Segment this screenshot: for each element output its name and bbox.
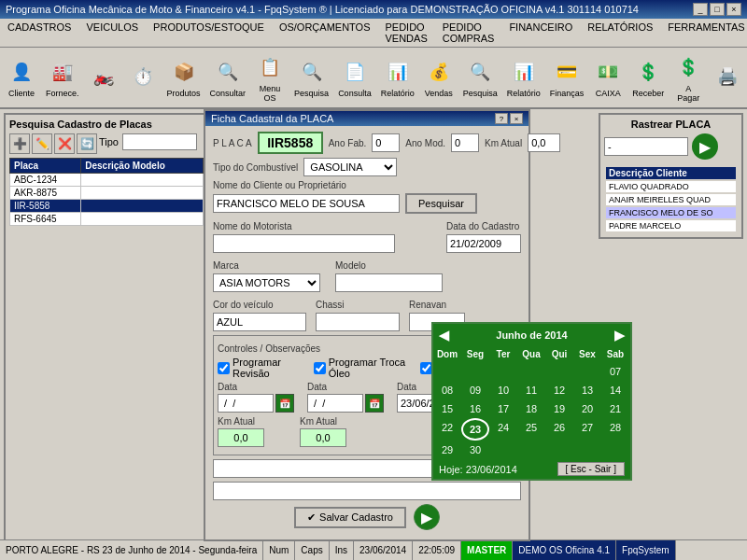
toolbar-financas[interactable]: 💳 Finanças: [547, 54, 587, 101]
toolbar-print[interactable]: 🖨️: [710, 59, 745, 96]
chassi-input[interactable]: [316, 313, 400, 331]
rastrear-input[interactable]: [604, 137, 688, 156]
toolbar-cliente[interactable]: 👤 Cliente: [4, 54, 39, 101]
menu-relatorios[interactable]: RELATÓRIOS: [584, 21, 656, 45]
cal-day-09[interactable]: 09: [461, 381, 489, 399]
modal-close-btn[interactable]: ×: [510, 113, 523, 124]
date-input-1[interactable]: [218, 394, 274, 413]
menu-pedido-compras[interactable]: PEDIDO COMPRAS: [439, 21, 499, 45]
menu-cadastros[interactable]: CADASTROS: [4, 21, 75, 45]
modal-title-btns[interactable]: ? ×: [495, 113, 523, 124]
menu-ferramentas[interactable]: FERRAMENTAS: [664, 21, 747, 45]
date-btn-2[interactable]: 📅: [365, 394, 384, 413]
modal-help-btn[interactable]: ?: [495, 113, 508, 124]
date-btn-1[interactable]: 📅: [275, 394, 294, 413]
table-row[interactable]: RFS-6645: [10, 213, 204, 226]
panel-refresh-btn[interactable]: 🔄: [77, 133, 97, 154]
data-cadastro-input[interactable]: [446, 234, 521, 253]
cal-day-08[interactable]: 08: [433, 381, 461, 399]
toolbar-timer[interactable]: ⏱️: [125, 59, 161, 96]
client-row[interactable]: ANAIR MEIRELLES QUAD: [606, 194, 736, 205]
rastrear-btn[interactable]: ▶: [692, 133, 718, 160]
pesquisar-btn[interactable]: Pesquisar: [405, 193, 477, 214]
cal-day-27[interactable]: 27: [573, 418, 601, 441]
cal-prev-btn[interactable]: ◀: [439, 328, 449, 343]
menu-pedido-vendas[interactable]: PEDIDO VENDAS: [382, 21, 431, 45]
table-row[interactable]: ABC-1234: [10, 174, 204, 187]
next-btn[interactable]: ▶: [414, 504, 440, 530]
table-row[interactable]: AKR-8875: [10, 187, 204, 200]
cal-day-10[interactable]: 10: [489, 381, 517, 399]
toolbar-consultar[interactable]: 🔍 Consultar: [207, 54, 249, 101]
km-input-2[interactable]: [300, 428, 346, 447]
cal-day-13[interactable]: 13: [573, 381, 601, 399]
toolbar-relatorio[interactable]: 📊 Relatório: [378, 54, 417, 101]
cal-day-14[interactable]: 14: [601, 381, 629, 399]
check-oleo-input[interactable]: [314, 362, 326, 374]
menu-financeiro[interactable]: FINANCEIRO: [505, 21, 576, 45]
salvar-btn[interactable]: ✔ Salvar Cadastro: [294, 507, 406, 528]
toolbar-caixa[interactable]: 💵 CAIXA: [590, 54, 626, 101]
toolbar-menu-os[interactable]: 📋 Menu OS: [252, 49, 288, 105]
cal-day-16[interactable]: 16: [461, 399, 489, 418]
cal-day-24[interactable]: 24: [489, 418, 517, 441]
check-revisao[interactable]: Programar Revisão: [218, 357, 303, 379]
cliente-input[interactable]: [213, 194, 400, 213]
tipo-input[interactable]: [122, 133, 197, 150]
check-oleo[interactable]: Programar Troca Óleo: [314, 357, 409, 379]
cal-day-30[interactable]: 30: [461, 441, 489, 459]
toolbar-vendas[interactable]: 💰 Vendas: [421, 54, 457, 101]
client-row[interactable]: FLAVIO QUADRADO: [606, 181, 736, 192]
panel-delete-btn[interactable]: ❌: [54, 133, 75, 154]
client-row-selected[interactable]: FRANCISCO MELO DE SO: [606, 207, 736, 218]
extra-input-2[interactable]: [213, 482, 521, 500]
toolbar-consulta[interactable]: 📄 Consulta: [335, 54, 374, 101]
minimize-btn[interactable]: _: [693, 3, 708, 16]
cal-day-21[interactable]: 21: [601, 399, 629, 418]
cal-day-22[interactable]: 22: [433, 418, 461, 441]
table-row-selected[interactable]: IIR-5858: [10, 200, 204, 213]
motorista-input[interactable]: [213, 234, 395, 253]
title-bar-buttons[interactable]: _ □ ×: [693, 3, 741, 16]
marca-select[interactable]: ASIA MOTORS HONDA YAMAHA: [213, 273, 320, 292]
toolbar-produtos[interactable]: 📦 Produtos: [164, 54, 204, 101]
cal-day-11[interactable]: 11: [517, 381, 545, 399]
cal-next-btn[interactable]: ▶: [614, 328, 625, 343]
menu-produtos[interactable]: PRODUTOS/ESTOQUE: [149, 21, 268, 45]
toolbar-receber[interactable]: 💲 Receber: [629, 54, 667, 101]
panel-edit-btn[interactable]: ✏️: [32, 133, 52, 154]
cal-day-15[interactable]: 15: [433, 399, 461, 418]
menu-veiculos[interactable]: VEICULOS: [82, 21, 142, 45]
km-atual-input[interactable]: [528, 133, 560, 152]
check-revisao-input[interactable]: [218, 362, 230, 374]
ano-mod-input[interactable]: [451, 133, 479, 152]
cal-day-07[interactable]: 07: [601, 362, 629, 381]
cor-input[interactable]: [213, 313, 306, 331]
panel-add-btn[interactable]: ➕: [9, 133, 30, 154]
toolbar-pesquisa[interactable]: 🔍 Pesquisa: [291, 54, 331, 101]
menu-os[interactable]: OS/ORÇAMENTOS: [275, 21, 374, 45]
toolbar-pagar[interactable]: 💲 A Pagar: [670, 49, 706, 105]
toolbar-relatorio2[interactable]: 📊 Relatório: [504, 54, 543, 101]
cal-day-12[interactable]: 12: [545, 381, 573, 399]
toolbar-pesquisa2[interactable]: 🔍 Pesquisa: [460, 54, 500, 101]
cal-day-18[interactable]: 18: [517, 399, 545, 418]
km-input-1[interactable]: [218, 428, 264, 447]
maximize-btn[interactable]: □: [710, 3, 725, 16]
cal-day-19[interactable]: 19: [545, 399, 573, 418]
cal-day-28[interactable]: 28: [601, 418, 629, 441]
cal-esc-btn[interactable]: [ Esc - Sair ]: [557, 462, 625, 476]
client-row[interactable]: PADRE MARCELO: [606, 220, 736, 231]
close-btn[interactable]: ×: [726, 3, 741, 16]
cal-day-29[interactable]: 29: [433, 441, 461, 459]
toolbar-fornece[interactable]: 🏭 Fornece.: [43, 54, 82, 101]
cal-day-17[interactable]: 17: [489, 399, 517, 418]
ano-fab-input[interactable]: [372, 133, 400, 152]
cal-day-25[interactable]: 25: [517, 418, 545, 441]
toolbar-moto[interactable]: 🏍️: [86, 59, 121, 96]
modelo-input[interactable]: [335, 273, 443, 292]
check-filtro-input[interactable]: [420, 362, 432, 374]
combustivel-select[interactable]: GASOLINA ÁLCOOL FLEX DIESEL: [303, 158, 397, 176]
date-input-2[interactable]: [307, 394, 363, 413]
cal-day-20[interactable]: 20: [573, 399, 601, 418]
